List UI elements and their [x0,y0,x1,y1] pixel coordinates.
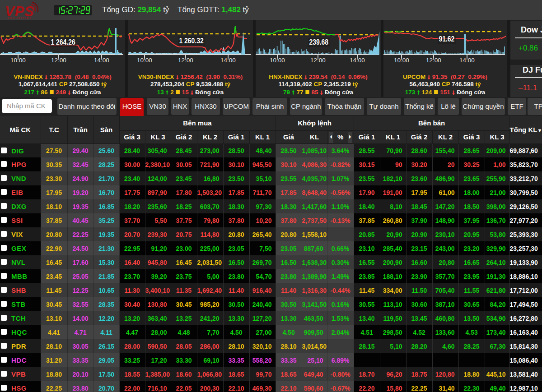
svg-text:SECURITIES: SECURITIES [8,17,32,19]
